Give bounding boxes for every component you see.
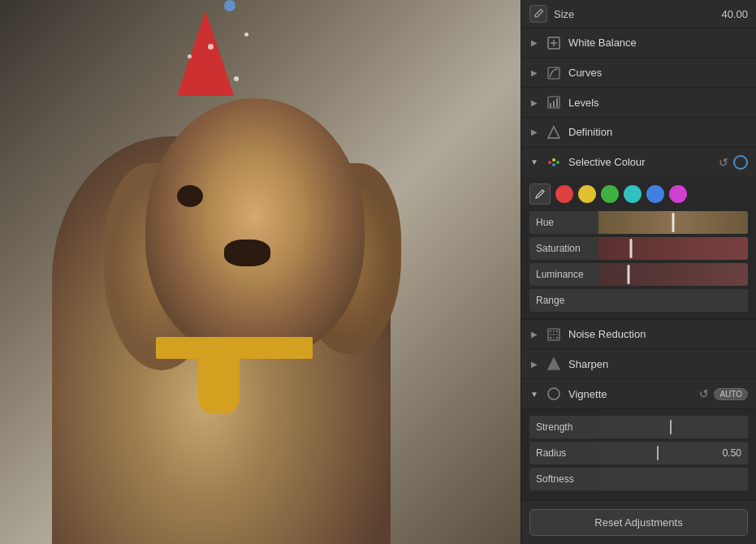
white-balance-row[interactable]: ▶ White Balance <box>521 28 756 58</box>
right-panel: Size 40.00 ▶ White Balance ▶ Curves ▶ <box>521 0 756 544</box>
wb-icon <box>546 35 562 51</box>
curves-chevron: ▶ <box>529 68 539 78</box>
def-label: Definition <box>568 126 748 138</box>
auto-badge[interactable]: AUTO <box>714 388 748 400</box>
svg-point-8 <box>552 158 555 162</box>
svg-rect-20 <box>556 337 558 339</box>
svg-rect-18 <box>550 337 551 339</box>
selective-icon <box>546 154 562 171</box>
color-dot-green[interactable] <box>601 185 619 203</box>
svg-rect-17 <box>556 334 558 335</box>
size-bar: Size 40.00 <box>521 0 756 28</box>
curves-row[interactable]: ▶ Curves <box>521 58 756 89</box>
selective-colour-content: Hue Saturation Luminance <box>521 177 756 319</box>
color-dot-magenta[interactable] <box>669 185 687 203</box>
reset-adjustments-button[interactable]: Reset Adjustments <box>529 509 748 536</box>
size-label: Size <box>554 8 715 20</box>
luminance-track[interactable] <box>598 263 748 286</box>
range-label-text: Range <box>536 295 564 306</box>
noise-chevron: ▶ <box>529 330 539 339</box>
strength-track[interactable] <box>598 416 748 438</box>
saturation-track[interactable] <box>598 237 748 260</box>
color-dot-red[interactable] <box>555 185 573 203</box>
svg-point-22 <box>548 388 559 399</box>
svg-point-10 <box>552 163 555 166</box>
dog-eye-left <box>177 185 203 207</box>
selective-toggle-icon[interactable] <box>733 155 748 170</box>
definition-row[interactable]: ▶ Definition <box>521 118 756 148</box>
hue-thumb <box>672 213 675 232</box>
color-dot-yellow[interactable] <box>578 185 596 203</box>
hue-track[interactable] <box>598 211 748 234</box>
eyedropper-button[interactable] <box>529 183 551 205</box>
hue-label: Hue <box>529 211 598 234</box>
levels-row[interactable]: ▶ Levels <box>521 88 756 118</box>
strength-slider-row: Strength <box>529 416 748 438</box>
svg-rect-3 <box>550 103 551 107</box>
svg-rect-15 <box>550 334 551 335</box>
selective-reset-icon[interactable]: ↺ <box>719 156 728 169</box>
luminance-label: Luminance <box>529 263 598 286</box>
radius-track[interactable]: 0.50 <box>598 442 748 464</box>
svg-point-7 <box>548 161 551 164</box>
svg-rect-13 <box>553 330 555 332</box>
selective-colour-section: ▼ Selective Colour ↺ <box>521 148 756 320</box>
sharpen-icon <box>546 356 562 372</box>
image-panel <box>0 0 521 544</box>
pencil-icon <box>529 5 547 23</box>
selective-actions: ↺ <box>719 155 748 170</box>
sharpen-row[interactable]: ▶ Sharpen <box>521 349 756 379</box>
softness-label: Softness <box>529 468 598 490</box>
wb-chevron: ▶ <box>529 38 539 48</box>
vignette-reset-icon[interactable]: ↺ <box>699 387 709 400</box>
def-chevron: ▶ <box>529 127 539 137</box>
sharpen-chevron: ▶ <box>529 359 539 369</box>
dog-scarf-tail <box>198 359 240 413</box>
dog-scarf <box>156 337 312 359</box>
svg-marker-6 <box>548 127 559 138</box>
color-dot-blue[interactable] <box>646 185 664 203</box>
range-row: Range <box>529 289 748 312</box>
levels-label: Levels <box>568 97 748 109</box>
curves-icon <box>546 65 562 81</box>
radius-value: 0.50 <box>716 447 748 459</box>
curves-label: Curves <box>568 67 748 79</box>
selective-colour-header[interactable]: ▼ Selective Colour ↺ <box>521 148 756 177</box>
vignette-header[interactable]: ▼ Vignette ↺ AUTO <box>521 379 756 409</box>
hat-dot-1 <box>208 44 214 50</box>
saturation-label: Saturation <box>529 237 598 260</box>
levels-icon <box>546 94 562 110</box>
vignette-label: Vignette <box>568 388 693 400</box>
hat-dot-4 <box>188 54 192 58</box>
vignette-section: ▼ Vignette ↺ AUTO Strength <box>521 379 756 501</box>
softness-slider-row: Softness <box>529 468 748 490</box>
svg-rect-14 <box>556 330 558 332</box>
definition-icon <box>546 124 562 140</box>
svg-marker-21 <box>548 358 559 369</box>
noise-reduction-row[interactable]: ▶ Noise Reduction <box>521 320 756 350</box>
strength-thumb <box>670 420 672 434</box>
softness-track[interactable] <box>598 468 748 490</box>
radius-label: Radius <box>529 442 598 464</box>
size-value: 40.00 <box>721 8 748 20</box>
vignette-chevron: ▼ <box>529 389 539 399</box>
selective-label: Selective Colour <box>568 156 712 168</box>
hue-slider-row: Hue <box>529 211 748 234</box>
color-picker-row <box>529 183 748 205</box>
saturation-slider-row: Saturation <box>529 237 748 260</box>
party-hat <box>177 11 234 96</box>
vignette-actions: ↺ AUTO <box>699 387 748 400</box>
vignette-content: Strength Radius 0.50 Softness <box>521 409 756 501</box>
photo-background <box>0 0 521 544</box>
color-dot-cyan[interactable] <box>624 185 642 203</box>
luminance-slider-row: Luminance <box>529 263 748 286</box>
sharpen-label: Sharpen <box>568 358 748 370</box>
radius-slider-row: Radius 0.50 <box>529 442 748 464</box>
saturation-thumb <box>630 239 633 258</box>
selective-chevron: ▼ <box>529 158 539 167</box>
vignette-icon <box>546 386 562 402</box>
radius-thumb <box>657 446 659 460</box>
dog-nose <box>224 240 271 267</box>
svg-rect-4 <box>553 101 555 107</box>
noise-icon <box>546 326 562 343</box>
